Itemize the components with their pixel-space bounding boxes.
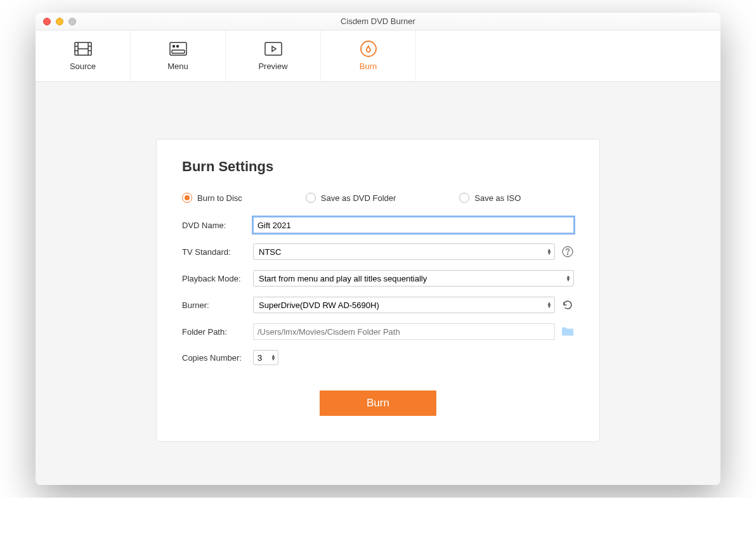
help-icon[interactable]	[561, 245, 574, 258]
folder-path-input	[253, 323, 555, 340]
playback-mode-select[interactable]: Start from menu and play all titles sequ…	[253, 270, 574, 287]
tab-menu[interactable]: Menu	[131, 30, 226, 81]
burner-label: Burner:	[182, 300, 253, 310]
copies-number-stepper[interactable]: 3 ▲▼	[253, 350, 278, 365]
tab-source[interactable]: Source	[36, 30, 131, 81]
burn-button[interactable]: Burn	[320, 390, 436, 416]
tv-standard-select[interactable]: NTSC ▲▼	[253, 243, 555, 260]
radio-save-dvd-folder[interactable]: Save as DVD Folder	[306, 193, 396, 203]
select-arrows-icon: ▲▼	[566, 275, 571, 281]
radio-label: Burn to Disc	[197, 193, 242, 203]
tab-label: Preview	[258, 61, 287, 71]
tab-burn[interactable]: Burn	[321, 30, 416, 81]
burn-icon	[359, 41, 378, 56]
film-icon	[74, 41, 93, 56]
radio-label: Save as ISO	[474, 193, 521, 203]
minimize-button[interactable]	[56, 18, 63, 25]
tab-preview[interactable]: Preview	[226, 30, 321, 81]
radio-icon	[459, 193, 469, 203]
radio-save-iso[interactable]: Save as ISO	[459, 193, 521, 203]
tv-standard-label: TV Standard:	[182, 247, 253, 257]
toolbar: Source Menu Preview	[36, 30, 720, 82]
svg-point-13	[361, 41, 376, 56]
radio-icon	[306, 193, 316, 203]
output-mode-row: Burn to Disc Save as DVD Folder Save as …	[182, 193, 574, 203]
select-value: Start from menu and play all titles sequ…	[259, 274, 427, 283]
dvd-name-input[interactable]	[253, 217, 574, 233]
app-window: Cisdem DVD Burner Source	[36, 13, 720, 485]
select-value: SuperDrive(DVD RW AD-5690H)	[259, 300, 379, 310]
tab-label: Burn	[360, 61, 377, 71]
titlebar: Cisdem DVD Burner	[36, 13, 720, 30]
play-icon	[264, 41, 283, 56]
burner-select[interactable]: SuperDrive(DVD RW AD-5690H) ▲▼	[253, 297, 555, 313]
window-title: Cisdem DVD Burner	[36, 16, 720, 26]
svg-rect-11	[172, 50, 185, 53]
svg-point-15	[567, 254, 568, 254]
stepper-value: 3	[254, 353, 262, 363]
svg-point-9	[173, 45, 174, 47]
select-value: NTSC	[259, 247, 281, 257]
select-arrows-icon: ▲▼	[547, 302, 552, 308]
folder-icon[interactable]	[561, 325, 574, 338]
playback-mode-label: Playback Mode:	[182, 274, 253, 283]
maximize-button[interactable]	[68, 18, 76, 25]
radio-label: Save as DVD Folder	[321, 193, 396, 203]
panel-title: Burn Settings	[182, 158, 574, 175]
menu-icon	[169, 41, 188, 56]
radio-burn-to-disc[interactable]: Burn to Disc	[182, 193, 242, 203]
stepper-arrows-icon: ▲▼	[271, 354, 276, 361]
svg-rect-12	[265, 42, 282, 55]
burn-settings-panel: Burn Settings Burn to Disc Save as DVD F…	[156, 139, 600, 442]
content-area: Burn Settings Burn to Disc Save as DVD F…	[36, 82, 720, 485]
tab-label: Source	[70, 61, 96, 71]
svg-point-10	[176, 45, 178, 47]
dvd-name-label: DVD Name:	[182, 221, 253, 230]
radio-icon	[182, 193, 192, 203]
folder-path-label: Folder Path:	[182, 327, 253, 337]
refresh-icon[interactable]	[561, 299, 574, 311]
traffic-lights	[36, 18, 76, 25]
tab-label: Menu	[167, 61, 188, 71]
select-arrows-icon: ▲▼	[547, 248, 552, 255]
close-button[interactable]	[43, 18, 51, 25]
copies-number-label: Copies Number:	[182, 353, 253, 363]
